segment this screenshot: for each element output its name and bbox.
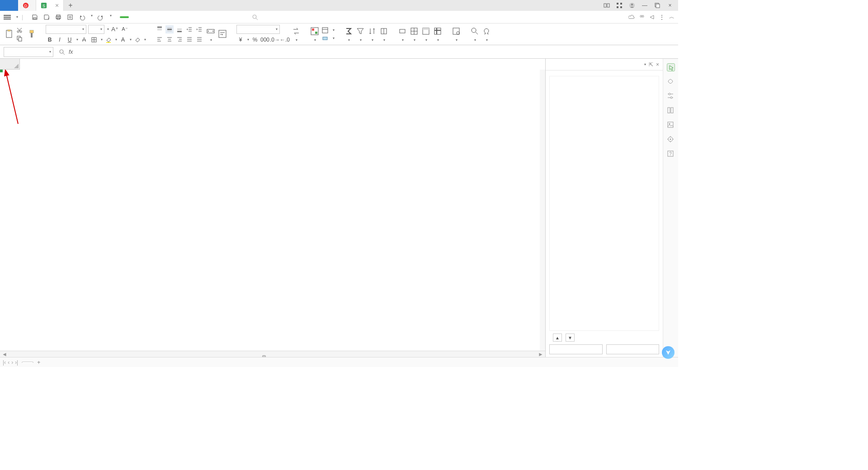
close-window-icon[interactable]: × [665,1,675,10]
sheet-first-icon[interactable]: |‹ [3,359,6,366]
filter-button[interactable]: ▾ [356,27,365,42]
border-button[interactable] [90,36,98,44]
tab-home[interactable] [0,0,18,11]
redo-icon[interactable] [97,14,104,21]
find-button[interactable]: ▾ [470,27,479,42]
pin-icon[interactable]: ⇱ [649,61,653,68]
sheet-prev-icon[interactable]: ‹ [8,359,9,366]
italic-button[interactable]: I [56,36,64,44]
help-rail-icon[interactable]: ? [667,150,675,158]
settings-rail-icon[interactable] [667,92,675,100]
table-style-button[interactable]: ▾ [322,27,335,33]
objects-list[interactable] [549,76,659,331]
show-all-button[interactable] [549,344,603,354]
tab-review[interactable] [187,16,192,18]
new-tab-button[interactable]: + [64,0,77,11]
fx-search-icon[interactable] [59,49,65,55]
select-tool-icon[interactable] [667,63,675,71]
dec-decrease-icon[interactable]: ←.0 [281,36,289,44]
copy-button[interactable] [16,35,24,42]
add-sheet-button[interactable]: + [37,359,40,366]
dec-increase-icon[interactable]: .0→ [271,36,279,44]
tab-insert[interactable] [136,16,142,18]
location-rail-icon[interactable] [667,136,675,144]
fill-button[interactable]: ▾ [379,27,388,42]
fill-color-button[interactable] [104,36,113,44]
align-bottom-icon[interactable] [175,25,184,33]
user-icon[interactable] [627,1,637,10]
indent-decrease-icon[interactable] [185,25,193,33]
hide-all-button[interactable] [606,344,660,354]
tab-workbook[interactable]: S × [36,0,64,11]
print-icon[interactable] [55,14,62,21]
tab-dev[interactable] [225,16,230,18]
type-convert-button[interactable]: ▾ [292,27,301,42]
fx-icon[interactable]: fx [69,49,73,55]
align-justify-icon[interactable] [185,35,193,43]
sort-button[interactable]: ▾ [368,27,377,42]
image-rail-icon[interactable] [667,121,675,129]
apps-icon[interactable] [615,1,624,10]
align-left-icon[interactable] [156,35,164,43]
table-tools-button[interactable]: ▾ [452,27,461,42]
paste-button[interactable] [5,29,14,39]
fill-handle[interactable] [0,70,3,72]
undo-dropdown[interactable]: ▾ [91,14,93,21]
minimize-icon[interactable]: — [640,1,649,10]
print-preview-icon[interactable] [66,14,74,21]
align-top-icon[interactable] [156,25,164,33]
command-search[interactable] [252,14,260,20]
sheet-last-icon[interactable]: ›| [15,359,18,366]
layout-icon[interactable] [602,1,611,10]
share-button[interactable] [649,14,655,20]
increase-font-icon[interactable]: A⁺ [111,25,119,33]
saveas-icon[interactable] [43,14,50,21]
cell-button[interactable]: ▾ [398,27,407,42]
percent-icon[interactable]: % [251,36,259,44]
tab-member[interactable] [237,16,243,18]
comma-icon[interactable]: 000 [261,36,269,44]
currency-icon[interactable]: ¥ [236,36,245,44]
horizontal-scrollbar[interactable]: ◄ ► [0,351,545,357]
panel-close-icon[interactable]: × [656,61,659,68]
tab-view[interactable] [212,16,217,18]
select-all-corner[interactable] [0,59,20,70]
bold-button[interactable]: B [46,36,54,44]
more-icon[interactable]: ⋮ [659,14,665,20]
save-icon[interactable] [31,14,38,21]
format-painter-button[interactable] [27,29,36,39]
symbol-button[interactable]: ▾ [482,27,491,42]
send-backward-button[interactable]: ▼ [566,334,575,342]
align-right-icon[interactable] [175,35,184,43]
sum-button[interactable]: ▾ [344,27,353,42]
wrap-text-button[interactable] [218,29,227,39]
font-name-select[interactable]: ▾ [46,25,86,34]
align-center-icon[interactable] [165,35,174,43]
cloud-status[interactable] [628,14,635,20]
tab-data[interactable] [174,16,179,18]
cond-format-button[interactable]: ▾ [310,27,319,42]
file-menu[interactable]: ▾ [14,15,18,19]
maximize-icon[interactable] [653,1,662,10]
sheet-next-icon[interactable]: › [11,359,13,366]
align-middle-icon[interactable] [165,25,174,33]
font-size-select[interactable]: ▾ [88,25,104,34]
cut-button[interactable] [16,27,24,33]
tab-formulas[interactable] [161,16,167,18]
tab-page-layout[interactable] [149,16,154,18]
close-tab-icon[interactable]: × [55,2,59,9]
tab-new-tab[interactable] [199,16,205,18]
collab-button[interactable] [639,14,645,20]
cell-style-button[interactable]: ▾ [322,35,335,42]
row-col-button[interactable]: ▾ [410,27,419,42]
underline-button[interactable]: U [66,36,74,44]
formula-input[interactable] [76,47,675,57]
distribute-icon[interactable] [195,35,203,43]
merge-center-button[interactable]: ▾ [206,27,215,42]
freeze-button[interactable]: ▾ [433,27,442,42]
hamburger-icon[interactable] [4,15,11,19]
vertical-scrollbar[interactable] [540,70,545,351]
number-format-select[interactable]: ▾ [236,25,280,34]
redo-dropdown[interactable]: ▾ [110,14,112,21]
spreadsheet-grid[interactable]: ◄ ► [0,59,545,357]
